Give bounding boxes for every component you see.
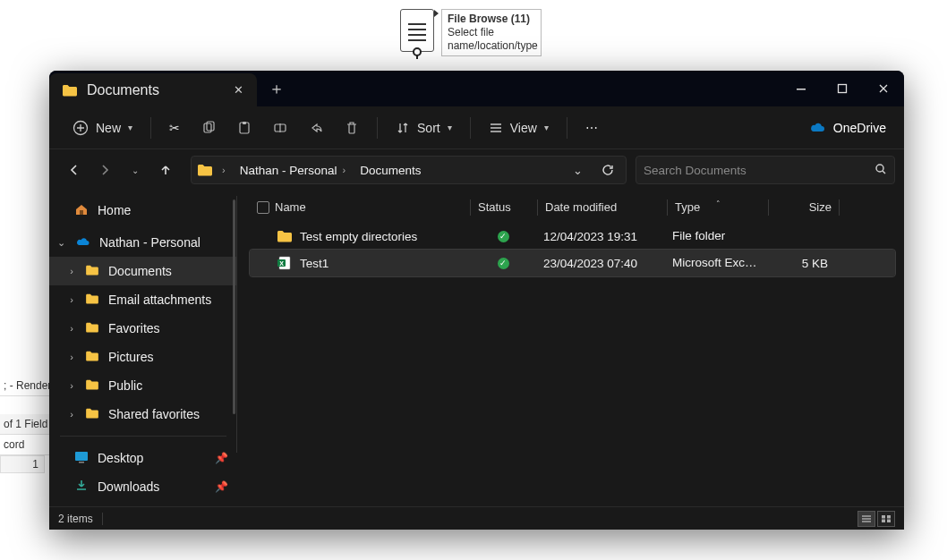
file-pane: Name Status Date modified ˄ Type Size <box>237 191 904 506</box>
more-button[interactable]: ⋯ <box>576 113 607 143</box>
share-icon <box>309 121 323 135</box>
ellipsis-icon: ⋯ <box>585 121 598 135</box>
copy-button[interactable] <box>192 113 225 143</box>
cloud-icon <box>74 235 90 250</box>
file-date: 23/04/2023 07:40 <box>543 257 637 270</box>
col-name[interactable]: Name <box>250 200 470 214</box>
sidebar-item-label: Public <box>108 378 142 393</box>
pin-icon[interactable]: 📌 <box>215 480 228 493</box>
new-tab-button[interactable]: ＋ <box>257 71 296 106</box>
new-button[interactable]: New ▾ <box>64 113 141 143</box>
svg-rect-1 <box>839 85 847 93</box>
svg-rect-6 <box>243 122 246 124</box>
filebrowse-tool-icon[interactable] <box>400 9 434 52</box>
sidebar-home[interactable]: Home <box>49 196 237 225</box>
sidebar-item-public[interactable]: › Public <box>49 371 237 400</box>
sidebar-item-label: Shared favorites <box>108 407 200 421</box>
refresh-button[interactable] <box>595 164 620 176</box>
share-button[interactable] <box>300 113 332 143</box>
sort-button[interactable]: Sort ▾ <box>387 113 461 143</box>
delete-button[interactable] <box>336 113 368 143</box>
rename-button[interactable] <box>264 113 296 143</box>
plus-circle-icon <box>73 120 89 136</box>
sidebar-item-pictures[interactable]: › Pictures <box>49 343 237 371</box>
chevron-down-icon[interactable]: ⌄ <box>55 237 67 249</box>
new-label: New <box>96 121 121 135</box>
folder-icon <box>85 321 99 335</box>
status-bar: 2 items <box>49 506 904 530</box>
sidebar-item-shared[interactable]: › Shared favorites <box>49 400 237 428</box>
alteryx-results: ; - Render of 1 Field cord 1 <box>0 376 55 473</box>
file-size: 5 KB <box>802 257 828 270</box>
sort-icon <box>396 121 410 135</box>
details-view-button[interactable] <box>857 511 875 527</box>
maximize-button[interactable] <box>822 71 863 106</box>
alteryx-tooltip: File Browse (11) Select file name/locati… <box>441 9 542 56</box>
tab-close-icon[interactable]: ✕ <box>230 82 246 98</box>
search-input[interactable]: Search Documents <box>636 156 895 184</box>
chevron-down-icon: ▾ <box>128 123 132 132</box>
close-button[interactable] <box>863 71 904 106</box>
folder-icon <box>62 84 78 97</box>
svg-rect-10 <box>75 452 88 461</box>
sync-ok-icon: ✓ <box>498 231 509 242</box>
sidebar-downloads[interactable]: Downloads 📌 <box>49 472 237 501</box>
paste-button[interactable] <box>228 113 260 143</box>
chevron-right-icon[interactable]: › <box>65 294 78 305</box>
recent-button[interactable]: ⌄ <box>123 157 148 182</box>
col-date-label: Date modified <box>545 200 617 214</box>
tab-documents[interactable]: Documents ✕ <box>49 73 257 106</box>
minimize-button[interactable] <box>781 71 822 106</box>
folder-icon <box>277 228 293 244</box>
tab-title: Documents <box>87 82 159 98</box>
cloud-icon <box>808 122 826 134</box>
clipboard-icon <box>237 121 252 135</box>
chevron-right-icon[interactable]: › <box>65 266 78 276</box>
view-button[interactable]: View ▾ <box>480 113 558 143</box>
thumbnails-view-button[interactable] <box>877 511 895 527</box>
file-row[interactable]: Test empty directories ✓ 12/04/2023 19:3… <box>250 223 895 250</box>
chevron-right-icon[interactable]: › <box>222 165 226 175</box>
excel-icon: X <box>277 255 293 271</box>
file-name: Test1 <box>300 257 328 270</box>
onedrive-label: OneDrive <box>833 121 886 135</box>
chevron-right-icon[interactable]: › <box>65 352 78 362</box>
chevron-right-icon[interactable]: › <box>65 380 78 391</box>
back-button[interactable] <box>62 157 87 182</box>
sidebar-root[interactable]: ⌄ Nathan - Personal <box>49 228 237 257</box>
svg-rect-17 <box>882 519 885 522</box>
sort-indicator-icon: ˄ <box>668 199 768 208</box>
col-date[interactable]: Date modified <box>538 200 667 214</box>
search-icon <box>874 163 887 178</box>
col-size[interactable]: Size <box>769 200 839 214</box>
chevron-right-icon[interactable]: › <box>65 409 78 420</box>
sidebar-downloads-label: Downloads <box>98 479 159 494</box>
sidebar-home-label: Home <box>98 203 131 217</box>
up-button[interactable] <box>153 157 178 182</box>
select-all-checkbox[interactable] <box>257 201 269 214</box>
sidebar-scrollbar[interactable] <box>233 199 235 414</box>
col-status[interactable]: Status <box>471 200 537 214</box>
chevron-right-icon[interactable]: › <box>342 165 346 175</box>
forward-button[interactable] <box>92 157 117 182</box>
file-row[interactable]: X Test1 ✓ 23/04/2023 07:40 Microsoft Exc… <box>250 250 895 276</box>
sidebar-item-favorites[interactable]: › Favorites <box>49 314 237 343</box>
crumb-root[interactable]: Nathan - Personal › <box>235 164 351 177</box>
pin-icon[interactable]: 📌 <box>215 452 228 464</box>
address-bar[interactable]: › Nathan - Personal › Documents ⌄ <box>191 156 627 184</box>
folder-icon <box>85 407 99 421</box>
crumb-folder[interactable]: Documents <box>354 164 426 177</box>
folder-icon <box>85 293 99 307</box>
bg-row3: cord <box>0 435 55 455</box>
sidebar-desktop[interactable]: Desktop 📌 <box>49 444 237 472</box>
onedrive-button[interactable]: OneDrive <box>799 113 895 143</box>
sidebar-item-email[interactable]: › Email attachments <box>49 285 237 314</box>
chevron-right-icon[interactable]: › <box>65 323 78 334</box>
sidebar-item-documents[interactable]: › Documents <box>49 257 237 285</box>
svg-rect-0 <box>797 89 806 90</box>
folder-icon <box>85 264 99 278</box>
file-name: Test empty directories <box>300 230 417 243</box>
window-controls <box>781 71 904 106</box>
cut-button[interactable]: ✂ <box>160 113 189 143</box>
address-dropdown[interactable]: ⌄ <box>565 164 590 177</box>
